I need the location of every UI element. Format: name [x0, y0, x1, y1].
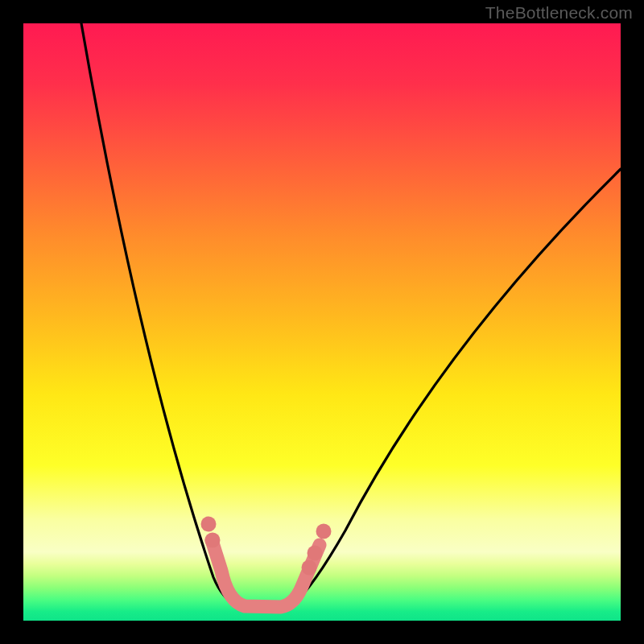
marker-dot: [302, 560, 317, 576]
marker-dot: [201, 517, 217, 532]
curve-left: [81, 23, 237, 605]
marker-v: [212, 540, 320, 607]
plot-area: [23, 23, 621, 621]
chart-frame: TheBottleneck.com: [0, 0, 644, 644]
curve-right: [293, 169, 621, 605]
marker-dot: [308, 546, 323, 561]
bottleneck-curves: [23, 23, 621, 621]
marker-dot: [205, 533, 221, 548]
watermark: TheBottleneck.com: [485, 3, 633, 23]
marker-dot: [316, 524, 332, 539]
